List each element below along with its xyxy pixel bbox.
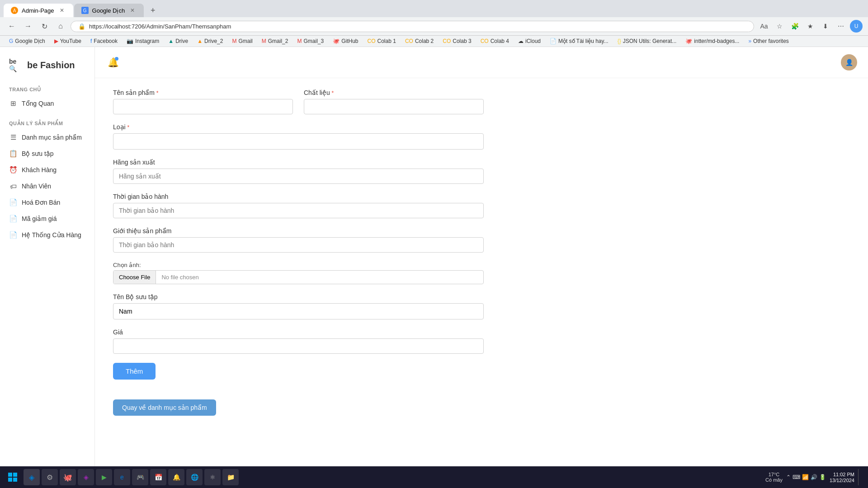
bookmark-label: iCloud bbox=[525, 38, 541, 44]
chevron-up-icon[interactable]: ⌃ bbox=[786, 474, 791, 480]
bookmark-label: Instagram bbox=[135, 38, 159, 44]
tab-close-google[interactable]: ✕ bbox=[128, 6, 137, 14]
taskbar-app-files[interactable]: 🔔 bbox=[168, 469, 184, 485]
taskbar-app-atom[interactable]: ⚛ bbox=[204, 469, 221, 485]
tab-close-admin[interactable]: ✕ bbox=[58, 6, 66, 14]
form-group-loai: Loại * bbox=[113, 123, 484, 150]
bookmark-colab4[interactable]: CO Colab 4 bbox=[477, 37, 513, 46]
form-container: Tên sản phẩm * Chất liệu * bbox=[95, 78, 502, 427]
bookmark-badges[interactable]: 🐙 intter/md-badges... bbox=[682, 37, 743, 46]
input-chat-lieu[interactable] bbox=[304, 99, 484, 114]
bookmark-google-dich[interactable]: G Google Dịch bbox=[5, 37, 49, 46]
datetime-display[interactable]: 11:02 PM 13/12/2024 bbox=[830, 472, 854, 483]
bookmark-star-icon[interactable]: ☆ bbox=[773, 20, 786, 33]
input-gioi-thieu[interactable] bbox=[113, 237, 484, 253]
sidebar-item-he-thong[interactable]: 📄 Hệ Thống Cửa Hàng bbox=[0, 227, 94, 243]
form-group-gia: Giá bbox=[113, 328, 484, 354]
back-to-list-button[interactable]: Quay về danh mục sản phẩm bbox=[113, 399, 216, 416]
bookmark-label: Gmail_3 bbox=[303, 38, 324, 44]
input-gia[interactable] bbox=[113, 338, 484, 354]
form-group-ten-bo-suu-tap: Tên Bộ sưu tập Nam bbox=[113, 293, 484, 319]
tab-google-dich[interactable]: G Google Dịch ✕ bbox=[74, 4, 144, 17]
settings-icon: ⚙ bbox=[47, 473, 53, 482]
notification-icon[interactable]: 🔔 bbox=[106, 55, 120, 70]
bookmark-gmail[interactable]: M Gmail bbox=[228, 37, 256, 46]
app-wrapper: be🔍 be Fashion TRANG CHỦ ⊞ Tổng Quan QUẢ… bbox=[0, 47, 868, 466]
bookmark-drive[interactable]: ▲ Drive bbox=[165, 37, 192, 46]
address-bar[interactable]: 🔒 bbox=[71, 21, 754, 32]
refresh-button[interactable]: ↻ bbox=[38, 20, 51, 33]
taskbar-app-folder[interactable]: 📁 bbox=[222, 469, 239, 485]
select-ten-bo-suu-tap[interactable]: Nam bbox=[113, 303, 484, 319]
browser-toolbar: ← → ↻ ⌂ 🔒 Aa ☆ 🧩 ★ ⬇ ⋯ U bbox=[0, 17, 868, 36]
form-row-8: Giá bbox=[113, 328, 484, 354]
bookmark-colab3[interactable]: CO Colab 3 bbox=[439, 37, 475, 46]
input-ten-san-pham[interactable] bbox=[113, 99, 293, 114]
sidebar-item-ma-giam-gia[interactable]: 📄 Mã giảm giá bbox=[0, 211, 94, 227]
bookmark-json[interactable]: {} JSON Utils: Generat... bbox=[614, 37, 680, 46]
taskbar-app-gear[interactable]: ⚙ bbox=[42, 469, 58, 485]
sidebar-item-hoa-don[interactable]: 📄 Hoá Đơn Bán bbox=[0, 194, 94, 211]
home-button[interactable]: ⌂ bbox=[54, 20, 67, 33]
profile-icon[interactable]: U bbox=[850, 20, 863, 33]
vs-icon: ◈ bbox=[84, 474, 89, 481]
form-group-gioi-thieu: Giới thiệu sản phẩm bbox=[113, 227, 484, 253]
bookmark-gmail3[interactable]: M Gmail_3 bbox=[293, 37, 327, 46]
sidebar-item-danh-muc[interactable]: ☰ Danh mục sản phẩm bbox=[0, 129, 94, 145]
bookmark-youtube[interactable]: ▶ YouTube bbox=[51, 37, 85, 46]
taskbar-app-mail[interactable]: 📅 bbox=[150, 469, 166, 485]
bookmark-colab2[interactable]: CO Colab 2 bbox=[401, 37, 437, 46]
bookmark-github[interactable]: 🐙 GitHub bbox=[329, 37, 362, 46]
start-button[interactable] bbox=[4, 468, 22, 486]
windows-icon bbox=[8, 473, 17, 482]
bookmark-tailieu[interactable]: 📄 Một số Tài liệu hay... bbox=[546, 37, 612, 46]
top-bar: 🔔 👤 bbox=[95, 47, 868, 78]
battery-icon: 🔋 bbox=[819, 474, 826, 480]
taskbar-app-browser2[interactable]: 🌐 bbox=[186, 469, 203, 485]
form-row-submit: Thêm bbox=[113, 363, 484, 380]
sidebar-item-bo-suu-tap[interactable]: 📋 Bộ sưu tập bbox=[0, 145, 94, 162]
translate-icon[interactable]: Aa bbox=[758, 20, 770, 33]
taskbar: ◈ ⚙ 🐙 ◈ ▶ e 🎮 📅 🔔 🌐 ⚛ 📁 17°C Có mây ⌃ ⌨ bbox=[0, 466, 868, 488]
bookmark-other[interactable]: » Other favorites bbox=[745, 37, 792, 46]
download-icon[interactable]: ⬇ bbox=[819, 20, 832, 33]
tab-admin[interactable]: A Admin-Page ✕ bbox=[4, 4, 73, 17]
taskbar-app-edge[interactable]: e bbox=[114, 469, 130, 485]
taskbar-app-github[interactable]: 🐙 bbox=[60, 469, 76, 485]
sidebar-item-khach-hang[interactable]: ⏰ Khách Hàng bbox=[0, 162, 94, 178]
bookmark-label: Colab 2 bbox=[415, 38, 434, 44]
taskbar-app-vs[interactable]: ◈ bbox=[78, 469, 94, 485]
logo-text: be Fashion bbox=[27, 60, 75, 70]
taskbar-app-terminal[interactable]: ▶ bbox=[96, 469, 112, 485]
user-avatar[interactable]: 👤 bbox=[841, 54, 857, 70]
sidebar-item-tong-quan[interactable]: ⊞ Tổng Quan bbox=[0, 95, 94, 112]
bookmark-icloud[interactable]: ☁ iCloud bbox=[514, 37, 544, 46]
extensions-icon[interactable]: 🧩 bbox=[788, 20, 801, 33]
choose-file-button[interactable]: Choose File bbox=[113, 271, 156, 284]
bookmark-facebook[interactable]: f Facebook bbox=[87, 37, 121, 46]
logo-area: be🔍 be Fashion bbox=[0, 54, 94, 83]
sidebar-item-nhan-vien[interactable]: 🏷 Nhân Viên bbox=[0, 178, 94, 194]
form-group-thoi-gian-bao-hanh: Thời gian bảo hành bbox=[113, 193, 484, 218]
more-options-icon[interactable]: ⋯ bbox=[835, 20, 847, 33]
bookmark-gmail2[interactable]: M Gmail_2 bbox=[258, 37, 292, 46]
input-thoi-gian-bao-hanh[interactable] bbox=[113, 203, 484, 218]
bookmark-drive2[interactable]: ▲ Drive_2 bbox=[193, 37, 226, 46]
form-row-2: Loại * bbox=[113, 123, 484, 150]
forward-button[interactable]: → bbox=[22, 20, 34, 33]
input-hang-san-xuat[interactable] bbox=[113, 169, 484, 184]
show-desktop-button[interactable] bbox=[858, 469, 861, 485]
submit-button[interactable]: Thêm bbox=[113, 363, 156, 380]
form-row-6: Chọn ảnh: Choose File No file chosen bbox=[113, 262, 484, 284]
favorites-icon[interactable]: ★ bbox=[804, 20, 816, 33]
select-loai[interactable] bbox=[113, 133, 484, 150]
address-input[interactable] bbox=[89, 23, 746, 30]
new-tab-button[interactable]: + bbox=[146, 4, 159, 17]
required-marker-2: * bbox=[332, 90, 334, 96]
taskbar-app-vscode[interactable]: ◈ bbox=[24, 469, 40, 485]
taskbar-app-extra[interactable]: 🎮 bbox=[132, 469, 148, 485]
bookmark-colab1[interactable]: CO Colab 1 bbox=[364, 37, 400, 46]
bookmark-instagram[interactable]: 📷 Instagram bbox=[123, 37, 163, 46]
back-button[interactable]: ← bbox=[5, 20, 18, 33]
sidebar-label-he-thong: Hệ Thống Cửa Hàng bbox=[22, 231, 81, 239]
